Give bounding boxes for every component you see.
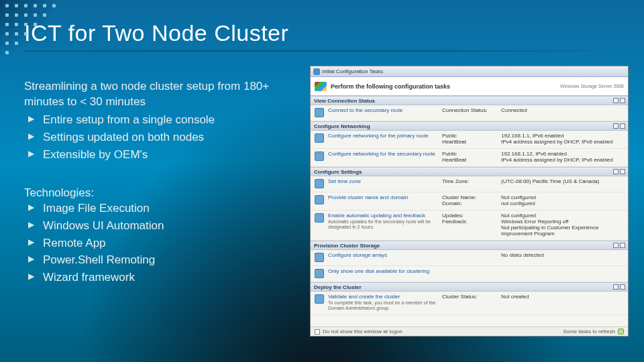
task-subtext: To complete this task, you must be a mem…: [328, 300, 442, 312]
bullet: Entire setup from a single console: [24, 113, 292, 128]
tech-heading: Technologies:: [24, 186, 292, 201]
section-btn-icon: [620, 284, 625, 290]
task-value: Not configuredWindows Error Reporting of…: [501, 213, 624, 237]
task-link: Configure networking for the secondary n…: [328, 151, 442, 158]
embedded-screenshot: Initial Configuration Tasks Perform the …: [310, 66, 629, 337]
task-icon: [315, 213, 324, 223]
task-icon: [315, 108, 324, 117]
task-key: PublicHeartBeat: [442, 151, 501, 163]
config-row: Set time zoneTime Zone:(UTC-08:00) Pacif…: [311, 176, 628, 192]
task-link: Configure storage arrays: [328, 252, 442, 259]
title-underline: [24, 50, 629, 52]
task-link: Configure networking for the primary nod…: [328, 133, 442, 139]
section-btn-icon: [620, 123, 625, 129]
task-value: No disks detected: [501, 252, 624, 258]
task-link: Connect to the secondary node: [328, 107, 442, 114]
bullets-primary: Entire setup from a single console Setti…: [24, 113, 292, 163]
banner-text: Perform the following configuration task…: [331, 83, 450, 90]
footer-left-text: Do not show this window at logon: [323, 328, 402, 335]
section-header: Configure Networking: [311, 121, 628, 131]
task-key: PublicHeartBeat: [442, 133, 501, 145]
config-row: Configure networking for the secondary n…: [311, 149, 628, 167]
section-btn-icon: [620, 169, 625, 174]
task-subtext: Automatic updates for the secondary node…: [328, 219, 442, 231]
section-header: View Connection Status: [311, 96, 628, 105]
task-icon: [315, 152, 324, 161]
task-link: Only show one disk available for cluster…: [328, 268, 442, 275]
section-btn-icon: [620, 243, 625, 248]
section-btn-icon: [620, 98, 625, 103]
task-value: Not created: [501, 294, 624, 300]
checkbox-icon: [315, 329, 320, 335]
window-footer: Do not show this window at logon Some ta…: [311, 326, 628, 336]
slide-body: Streamlining a two node cluster setup fr…: [24, 79, 292, 288]
bullet: Remote App: [24, 236, 292, 251]
task-value: 192.168.1.1, IPv6 enabledIPv4 address as…: [501, 133, 624, 145]
section-btn-icon: [613, 123, 619, 129]
section-btn-icon: [613, 98, 619, 103]
screenshot-body: View Connection StatusConnect to the sec…: [311, 96, 628, 326]
task-key: Updates:Feedback:: [442, 213, 501, 225]
bullets-tech: Image File Execution Windows UI Automati…: [24, 201, 292, 286]
task-value: Not configurednot configured: [501, 194, 624, 206]
section-header: Deploy the Cluster: [311, 282, 628, 292]
config-row: Provide cluster name and domainCluster N…: [311, 192, 628, 210]
app-icon: [313, 68, 320, 75]
windows-flag-icon: [315, 82, 327, 91]
task-icon: [315, 253, 324, 262]
window-title: Initial Configuration Tasks: [322, 68, 383, 74]
section-header: Configure Settings: [311, 167, 628, 176]
bullet: Extensible by OEM's: [24, 147, 292, 163]
product-logo: Windows Storage Server 2008: [560, 84, 624, 88]
task-icon: [315, 294, 324, 304]
section-btn-icon: [613, 169, 619, 174]
task-key: Connection Status:: [442, 107, 501, 113]
slide-title: ICT for Two Node Cluster: [0, 0, 644, 50]
lead-text: Streamlining a two node cluster setup fr…: [24, 79, 292, 110]
config-row: Connect to the secondary nodeConnection …: [311, 105, 628, 121]
section-header: Provision Cluster Storage: [311, 241, 628, 250]
window-titlebar: Initial Configuration Tasks: [311, 66, 628, 77]
task-link: Provide cluster name and domain: [328, 194, 442, 201]
task-link: Set time zone: [328, 178, 442, 185]
bullet: Image File Execution: [24, 201, 292, 217]
task-icon: [315, 179, 324, 188]
section-btn-icon: [613, 284, 619, 290]
config-row: Only show one disk available for cluster…: [311, 266, 628, 282]
task-value: 192.168.1.12, IPv6 enabledIPv4 address a…: [501, 151, 624, 163]
task-link: Enable automatic updating and feedback: [328, 213, 442, 219]
config-row: Enable automatic updating and feedbackAu…: [311, 210, 628, 241]
task-value: Connected: [501, 107, 624, 113]
task-link: Validate and create the cluster: [328, 294, 442, 300]
bullet: Wizard framework: [24, 270, 292, 286]
task-icon: [315, 133, 324, 143]
task-icon: [315, 269, 324, 278]
bullet: Power.Shell Remoting: [24, 253, 292, 268]
task-key: Time Zone:: [442, 178, 501, 184]
task-value: (UTC-08:00) Pacific Time (US & Canada): [501, 178, 624, 184]
banner: Perform the following configuration task…: [311, 77, 628, 96]
task-key: Cluster Name:Domain:: [442, 194, 501, 206]
bullet: Windows UI Automation: [24, 219, 292, 234]
refresh-icon: [618, 328, 624, 335]
section-btn-icon: [613, 243, 619, 248]
task-icon: [315, 195, 324, 204]
task-key: Cluster Status:: [442, 294, 501, 300]
footer-right-text: Some tasks to refresh: [563, 328, 615, 335]
config-row: Validate and create the clusterTo comple…: [311, 292, 628, 315]
config-row: Configure storage arraysNo disks detecte…: [311, 250, 628, 266]
config-row: Configure networking for the primary nod…: [311, 131, 628, 149]
bullet: Settings updated on both nodes: [24, 130, 292, 145]
